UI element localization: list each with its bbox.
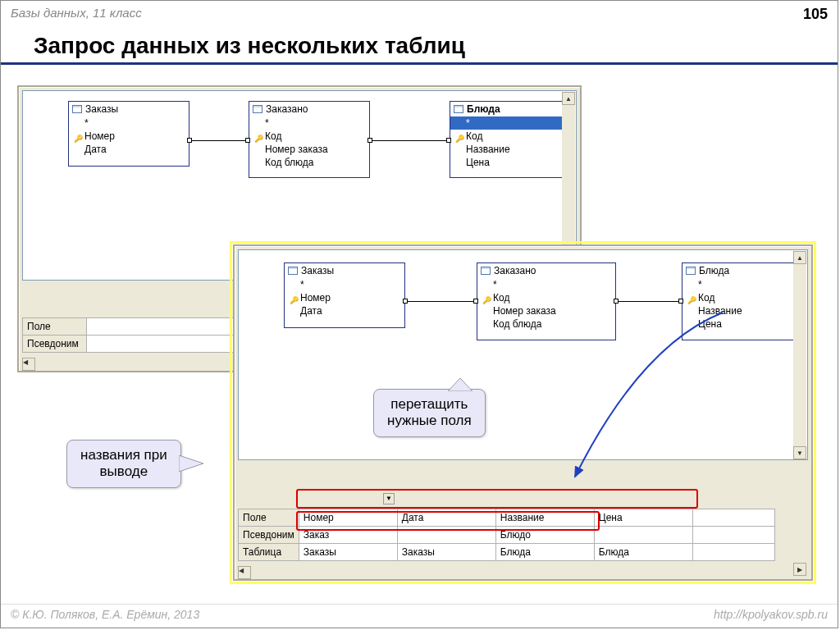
alias-cell[interactable] [594,527,692,544]
dropdown-icon[interactable]: ▼ [383,493,395,504]
scrollbar-horizontal[interactable]: ◀ [22,354,235,368]
table-icon [686,267,696,275]
scroll-up-icon[interactable]: ▲ [793,251,806,264]
table-icon [253,105,262,113]
alias-cell[interactable]: Заказ [299,527,397,544]
table-zakazano-2[interactable]: Заказано * Код Номер заказа Код блюда [477,262,616,340]
front-window: Заказы * Номер Дата Заказано * Код Номер… [233,244,813,581]
alias-cell[interactable]: Блюдо [495,527,594,544]
scroll-up-icon[interactable]: ▲ [562,92,575,105]
page-title: Запрос данных из нескольких таблиц [1,28,838,65]
table-icon [454,105,463,113]
key-icon [290,294,298,302]
table-zakazy-2[interactable]: Заказы * Номер Дата [284,262,405,328]
key-icon [254,132,262,140]
key-icon [74,132,82,140]
table-title: Заказы [85,103,118,115]
query-grid-front[interactable]: Поле Номер Дата Название Цена Псевдоним … [238,509,775,561]
field-cell[interactable]: Дата [397,509,495,527]
table-bluda-2[interactable]: Блюда * Код Название Цена [682,262,797,340]
callout-drag: перетащить нужные поля [373,389,486,437]
table-icon [72,105,82,113]
field-cell[interactable]: Номер [299,509,397,527]
slide-footer: © К.Ю. Поляков, Е.А. Ерёмин, 2013 http:/… [1,604,838,624]
table-icon [288,267,298,275]
highlight-fields [296,489,698,509]
table-zakazano[interactable]: Заказано * Код Номер заказа Код блюда [249,101,370,178]
table-cell[interactable]: Блюда [594,544,692,561]
table-zakazy[interactable]: Заказы * Номер Дата [68,101,189,167]
table-cell[interactable]: Заказы [397,544,495,561]
field-cell[interactable]: Цена [594,509,692,527]
scroll-left-icon[interactable]: ◀ [238,566,251,579]
table-icon [481,267,491,275]
table-title: Блюда [467,103,500,115]
key-icon [482,294,491,302]
key-icon [455,132,463,140]
table-cell[interactable]: Блюда [495,544,594,561]
table-bluda[interactable]: Блюда * Код Название Цена [450,101,571,178]
field-cell[interactable]: Название [495,509,594,527]
scroll-left-icon[interactable]: ◀ [22,358,35,371]
slide-header: Базы данных, 11 класс 105 [1,1,838,28]
table-cell[interactable]: Заказы [299,544,397,561]
scrollbar-horizontal[interactable]: ◀ ▶ [238,563,806,576]
scroll-down-icon[interactable]: ▼ [793,446,806,459]
scroll-right-icon[interactable]: ▶ [793,563,806,576]
callout-alias: названия при выводе [66,440,181,488]
alias-cell[interactable] [397,527,495,544]
query-grid[interactable]: Поле Псевдоним [22,317,235,353]
slide: Базы данных, 11 класс 105 Запрос данных … [0,0,838,628]
page-number: 105 [803,6,828,23]
key-icon [687,294,696,302]
scrollbar-vertical[interactable]: ▲ ▼ [793,251,806,459]
table-title: Заказано [266,103,308,115]
breadcrumb: Базы данных, 11 класс [11,6,142,23]
